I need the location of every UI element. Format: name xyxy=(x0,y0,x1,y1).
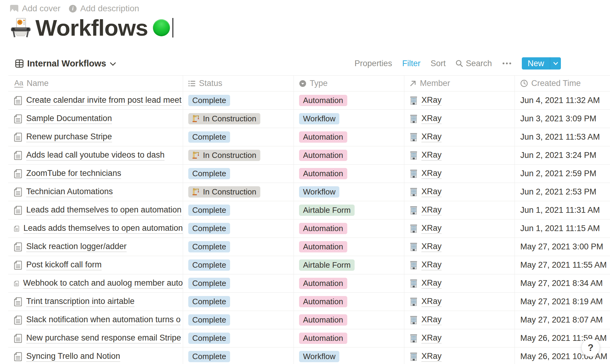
table-row[interactable]: Slack notification when automation turns… xyxy=(8,311,610,329)
member-cell[interactable]: XRay xyxy=(404,128,515,146)
type-cell[interactable]: Automation xyxy=(294,293,404,311)
page-name-link[interactable]: Adds lead call youtube videos to dash xyxy=(26,150,164,161)
member-link[interactable]: XRay xyxy=(421,95,442,106)
type-cell[interactable]: Automation xyxy=(294,91,404,109)
type-cell[interactable]: Airtable Form xyxy=(294,256,404,274)
page-name-link[interactable]: Slack notification when automation turns… xyxy=(26,315,181,325)
member-link[interactable]: XRay xyxy=(421,315,442,325)
created-time-cell[interactable]: Jun 1, 2021 11:15 AM xyxy=(515,219,610,237)
created-time-cell[interactable]: Jun 2, 2021 2:53 PM xyxy=(515,183,610,201)
name-cell[interactable]: New purchase send response email Stripe xyxy=(8,329,183,347)
status-cell[interactable]: Complete xyxy=(183,256,294,274)
new-dropdown-chevron-icon[interactable] xyxy=(550,57,561,70)
add-cover-button[interactable]: Add cover xyxy=(10,4,60,13)
member-cell[interactable]: XRay xyxy=(404,146,515,164)
sort-button[interactable]: Sort xyxy=(431,59,446,68)
properties-button[interactable]: Properties xyxy=(355,59,392,68)
status-cell[interactable]: In Construction xyxy=(183,146,294,164)
page-name-link[interactable]: Create calendar invite from post lead me… xyxy=(26,95,182,106)
member-cell[interactable]: XRay xyxy=(404,110,515,128)
member-link[interactable]: XRay xyxy=(421,187,442,197)
status-cell[interactable]: Complete xyxy=(183,201,294,219)
status-cell[interactable]: Complete xyxy=(183,274,294,292)
member-link[interactable]: XRay xyxy=(421,114,442,124)
created-time-cell[interactable]: May 27, 2021 8:07 AM xyxy=(515,311,610,329)
type-cell[interactable]: Automation xyxy=(294,219,404,237)
created-time-cell[interactable]: Jun 2, 2021 2:59 PM xyxy=(515,165,610,183)
member-link[interactable]: XRay xyxy=(421,150,442,161)
status-cell[interactable]: In Construction xyxy=(183,110,294,128)
column-header-name[interactable]: Aa Name xyxy=(8,76,183,91)
created-time-cell[interactable]: Jun 2, 2021 3:24 PM xyxy=(515,146,610,164)
member-link[interactable]: XRay xyxy=(421,278,442,289)
name-cell[interactable]: Leads adds themselves to open automation xyxy=(8,219,183,237)
type-cell[interactable]: Automation xyxy=(294,311,404,329)
type-cell[interactable]: Automation xyxy=(294,274,404,292)
status-cell[interactable]: Complete xyxy=(183,91,294,109)
type-cell[interactable]: Automation xyxy=(294,329,404,347)
created-time-cell[interactable]: May 27, 2021 3:00 PM xyxy=(515,238,610,256)
type-cell[interactable]: Automation xyxy=(294,146,404,164)
name-cell[interactable]: Slack notification when automation turns… xyxy=(8,311,183,329)
status-cell[interactable]: Complete xyxy=(183,293,294,311)
more-options-icon[interactable] xyxy=(502,61,512,66)
member-cell[interactable]: XRay xyxy=(404,165,515,183)
status-cell[interactable]: Complete xyxy=(183,165,294,183)
page-name-link[interactable]: Technician Automations xyxy=(26,187,113,197)
name-cell[interactable]: Trint transcription into airtable xyxy=(8,293,183,311)
page-name-link[interactable]: Slack reaction logger/adder xyxy=(26,242,127,252)
name-cell[interactable]: Adds lead call youtube videos to dash xyxy=(8,146,183,164)
name-cell[interactable]: Renew purchase Stripe xyxy=(8,128,183,146)
search-button[interactable]: Search xyxy=(456,59,492,68)
name-cell[interactable]: Syncing Trello and Notion xyxy=(8,348,183,364)
member-link[interactable]: XRay xyxy=(421,169,442,179)
status-cell[interactable]: Complete xyxy=(183,329,294,347)
member-cell[interactable]: XRay xyxy=(404,183,515,201)
table-row[interactable]: Syncing Trello and Notion Complete Workf… xyxy=(8,348,610,364)
view-switcher[interactable]: Internal Workflows xyxy=(15,55,116,72)
created-time-cell[interactable]: Jun 4, 2021 11:32 AM xyxy=(515,91,610,109)
page-name-link[interactable]: Syncing Trello and Notion xyxy=(26,352,120,362)
status-cell[interactable]: In Construction xyxy=(183,183,294,201)
member-cell[interactable]: XRay xyxy=(404,219,515,237)
page-name-link[interactable]: Post kickoff call form xyxy=(26,260,102,270)
type-cell[interactable]: Automation xyxy=(294,128,404,146)
page-name-link[interactable]: Renew purchase Stripe xyxy=(26,132,112,142)
add-description-button[interactable]: i Add description xyxy=(69,4,139,13)
table-row[interactable]: New purchase send response email Stripe … xyxy=(8,329,610,348)
type-cell[interactable]: Workflow xyxy=(294,348,404,364)
member-cell[interactable]: XRay xyxy=(404,91,515,109)
member-cell[interactable]: XRay xyxy=(404,348,515,364)
table-row[interactable]: Create calendar invite from post lead me… xyxy=(8,91,610,110)
new-button[interactable]: New xyxy=(522,57,561,70)
member-cell[interactable]: XRay xyxy=(404,256,515,274)
page-name-link[interactable]: Leads adds themselves to open automation xyxy=(23,223,183,234)
page-title[interactable]: Workflows xyxy=(35,15,148,41)
page-name-link[interactable]: New purchase send response email Stripe xyxy=(26,333,181,344)
created-time-cell[interactable]: Jun 3, 2021 3:09 PM xyxy=(515,110,610,128)
type-cell[interactable]: Automation xyxy=(294,165,404,183)
table-row[interactable]: Webhook to catch and auolog member auto … xyxy=(8,274,610,293)
created-time-cell[interactable]: May 27, 2021 11:55 AM xyxy=(515,256,610,274)
status-cell[interactable]: Complete xyxy=(183,219,294,237)
type-cell[interactable]: Airtable Form xyxy=(294,201,404,219)
status-cell[interactable]: Complete xyxy=(183,238,294,256)
name-cell[interactable]: Sample Documentation xyxy=(8,110,183,128)
table-row[interactable]: Trint transcription into airtable Comple… xyxy=(8,293,610,311)
member-cell[interactable]: XRay xyxy=(404,329,515,347)
column-header-type[interactable]: Type xyxy=(294,76,404,91)
name-cell[interactable]: Post kickoff call form xyxy=(8,256,183,274)
name-cell[interactable]: Create calendar invite from post lead me… xyxy=(8,91,183,109)
table-row[interactable]: Technician Automations In Construction W… xyxy=(8,183,610,201)
created-time-cell[interactable]: Jun 3, 2021 11:53 AM xyxy=(515,128,610,146)
filter-button[interactable]: Filter xyxy=(402,59,421,68)
member-link[interactable]: XRay xyxy=(421,223,442,234)
status-cell[interactable]: Complete xyxy=(183,348,294,364)
table-row[interactable]: Slack reaction logger/adder Complete Aut… xyxy=(8,238,610,256)
member-link[interactable]: XRay xyxy=(421,205,442,216)
member-cell[interactable]: XRay xyxy=(404,274,515,292)
table-row[interactable]: ZoomTube for technicians Complete Automa… xyxy=(8,165,610,183)
page-name-link[interactable]: Sample Documentation xyxy=(26,114,112,124)
member-cell[interactable]: XRay xyxy=(404,293,515,311)
name-cell[interactable]: Webhook to catch and auolog member auto xyxy=(8,274,183,292)
